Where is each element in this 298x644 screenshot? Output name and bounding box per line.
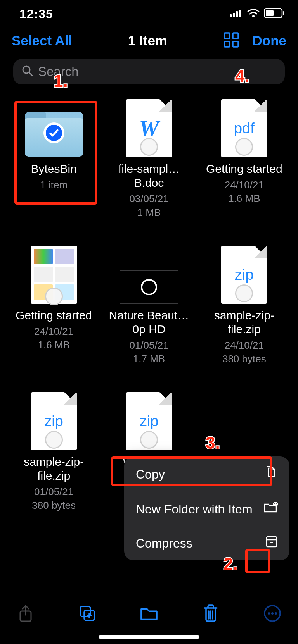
svg-rect-2 — [236, 11, 238, 17]
document-icon: W — [126, 99, 172, 157]
copy-icon — [265, 466, 278, 483]
svg-rect-1 — [233, 13, 235, 17]
menu-item-label: New Folder with Item — [136, 502, 253, 517]
svg-rect-0 — [230, 14, 232, 17]
file-type-label: zip — [235, 267, 254, 283]
selection-ring-icon — [45, 288, 63, 305]
duplicate-button[interactable] — [78, 604, 97, 623]
file-type-label: zip — [44, 413, 63, 430]
file-item-zip[interactable]: zip sample-zip-file.zip 24/10/21 380 byt… — [197, 246, 292, 365]
file-date: 01/05/21 — [34, 486, 73, 498]
file-item-folder-bytesbin[interactable]: BytesBin 1 item — [6, 99, 101, 219]
selection-ring-icon — [140, 138, 158, 156]
share-button[interactable] — [16, 604, 35, 623]
document-icon: pdf — [221, 99, 267, 157]
file-name: Getting started — [16, 308, 92, 322]
navigation-bar: Select All 1 Item Done — [0, 24, 298, 53]
file-item-doc[interactable]: W file-sampl…B.doc 03/05/21 1 MB — [101, 99, 196, 219]
delete-button[interactable] — [201, 604, 220, 623]
status-time: 12:35 — [19, 7, 53, 21]
file-size: 1.7 MB — [133, 353, 165, 365]
file-name: BytesBin — [31, 162, 76, 176]
svg-point-31 — [271, 612, 274, 615]
file-item-pdf-image[interactable]: Getting started 24/10/21 1.6 MB — [6, 246, 101, 365]
file-date: 24/10/21 — [34, 325, 73, 337]
svg-rect-6 — [266, 10, 274, 16]
archive-icon — [265, 536, 278, 551]
selection-ring-icon — [140, 431, 158, 449]
svg-rect-3 — [239, 10, 241, 17]
menu-item-new-folder[interactable]: New Folder with Item — [124, 492, 289, 526]
file-name: file-sampl…B.doc — [106, 162, 192, 190]
selected-checkmark-icon — [43, 122, 64, 143]
move-button[interactable] — [140, 604, 158, 623]
file-name: sample-zip-file.zip — [11, 455, 97, 483]
file-date: 03/05/21 — [129, 193, 168, 205]
search-icon — [22, 65, 33, 78]
document-thumbnail-icon — [31, 246, 77, 304]
document-icon: zip — [221, 246, 267, 304]
cellular-icon — [230, 9, 243, 19]
select-all-button[interactable]: Select All — [12, 33, 72, 48]
search-input[interactable]: Search — [13, 59, 285, 84]
more-button[interactable] — [263, 604, 282, 623]
selection-ring-icon — [235, 138, 253, 156]
menu-item-label: Compress — [136, 536, 192, 551]
file-name: Nature Beaut…0p HD — [106, 308, 192, 336]
svg-line-13 — [29, 72, 32, 76]
svg-point-4 — [252, 15, 255, 17]
file-item-zip[interactable]: zip sample-zip-file.zip 01/05/21 380 byt… — [6, 392, 101, 511]
wifi-icon — [247, 9, 260, 19]
status-bar: 12:35 — [0, 0, 298, 24]
svg-rect-8 — [224, 33, 230, 38]
file-date: 24/10/21 — [225, 339, 264, 351]
file-name: sample-zip-file.zip — [201, 308, 287, 336]
file-type-label: W — [139, 115, 159, 141]
file-size: 1.6 MB — [228, 193, 260, 205]
page-title: 1 Item — [128, 33, 167, 48]
svg-point-32 — [275, 612, 277, 615]
file-date: 01/05/21 — [129, 339, 168, 351]
svg-rect-10 — [224, 41, 230, 47]
file-name: Getting started — [206, 162, 282, 176]
file-item-pdf[interactable]: pdf Getting started 24/10/21 1.6 MB — [197, 99, 292, 219]
selection-ring-icon — [235, 284, 253, 302]
svg-rect-9 — [233, 33, 238, 38]
video-thumbnail-icon — [120, 270, 178, 304]
document-icon: zip — [126, 392, 172, 450]
svg-rect-7 — [283, 11, 284, 15]
svg-rect-11 — [233, 41, 238, 47]
file-size: 1 MB — [137, 207, 161, 219]
menu-item-compress[interactable]: Compress — [124, 526, 289, 560]
search-placeholder: Search — [38, 64, 79, 79]
file-size: 380 bytes — [32, 499, 76, 511]
file-date: 24/10/21 — [225, 179, 264, 191]
file-item-video[interactable]: Nature Beaut…0p HD 01/05/21 1.7 MB — [101, 246, 196, 365]
folder-plus-icon — [264, 502, 278, 517]
file-size: 1.6 MB — [38, 339, 69, 351]
battery-icon — [264, 8, 285, 20]
svg-rect-17 — [267, 537, 277, 547]
file-type-label: pdf — [234, 120, 255, 137]
menu-item-label: Copy — [136, 467, 165, 482]
status-right — [230, 8, 285, 20]
file-size: 380 bytes — [222, 353, 266, 365]
file-meta: 1 item — [40, 179, 68, 191]
home-indicator — [99, 635, 199, 639]
context-menu: Copy New Folder with Item Compress — [124, 456, 289, 560]
svg-point-30 — [268, 612, 270, 615]
done-button[interactable]: Done — [253, 33, 287, 48]
files-grid: BytesBin 1 item W file-sampl…B.doc 03/05… — [0, 88, 298, 511]
file-type-label: zip — [140, 413, 159, 430]
view-toggle-icon[interactable] — [223, 32, 239, 50]
selection-ring-icon — [45, 431, 63, 449]
menu-item-copy[interactable]: Copy — [124, 456, 289, 492]
document-icon: zip — [31, 392, 77, 450]
